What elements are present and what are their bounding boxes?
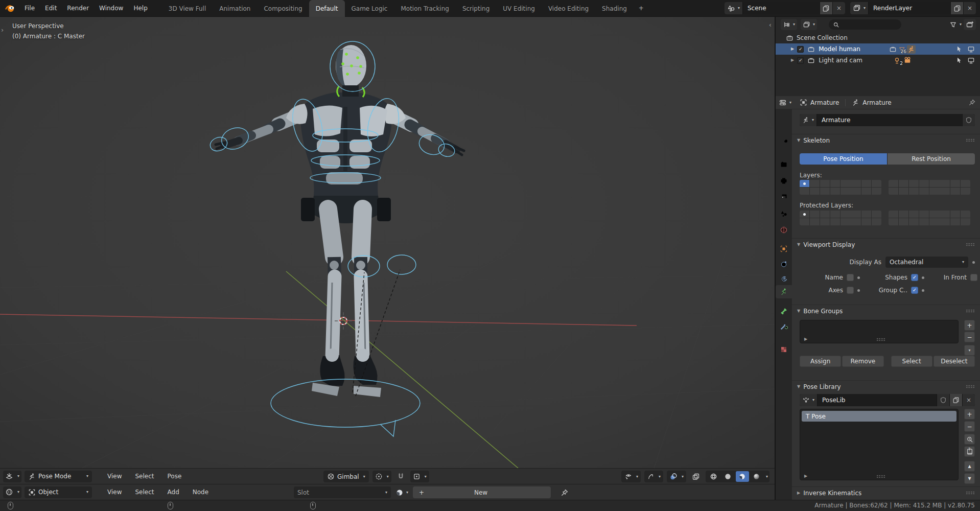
name-checkbox[interactable] [847,274,854,281]
pin-icon[interactable] [968,99,976,106]
tab-compositing[interactable]: Compositing [257,0,309,17]
tab-3d-view-full[interactable]: 3D View Full [162,0,213,17]
new-material-button[interactable]: + New [413,486,551,498]
outliner-filter-dropdown[interactable]: ▾ [947,19,964,30]
select-button[interactable]: Select [891,356,932,367]
tab-default[interactable]: Default [309,0,345,17]
orientation-dropdown[interactable]: Gimbal ▾ [323,471,369,482]
tab-scene-icon[interactable] [776,207,792,220]
outliner-row-model-human[interactable]: ▶ ✓ Model human ▽ 26 [776,43,980,55]
tab-output-icon[interactable] [776,174,792,188]
blender-logo-icon[interactable] [5,4,15,13]
tab-bone-icon[interactable] [776,305,792,318]
object-visibility-dropdown[interactable]: ▾ [621,471,641,482]
pivot-point-dropdown[interactable]: ▾ [372,471,391,482]
xray-toggle-button[interactable] [690,471,702,482]
in-front-checkbox[interactable] [970,274,977,281]
animate-dot-icon[interactable] [922,289,924,292]
light-data-icon[interactable]: 2 [893,57,901,64]
viewport-menu-view[interactable]: View [102,473,127,480]
tab-view-layer-icon[interactable] [776,191,792,204]
list-expand-icon[interactable]: ▶ [804,474,807,478]
pose-move-down-button[interactable]: ▼ [964,473,975,484]
viewport-canvas[interactable] [0,17,775,468]
disclosure-icon[interactable]: ▶ [791,58,794,62]
armature-name-field[interactable]: Armature [817,114,962,126]
protected-layer-cell[interactable] [800,211,809,218]
pose-remove-button[interactable]: − [964,421,975,432]
shading-material-button[interactable] [736,471,749,482]
viewport-menu-select[interactable]: Select [130,473,159,480]
armature-object-icon[interactable] [907,45,916,54]
add-workspace-button[interactable]: + [634,0,649,17]
properties-editor-type-selector[interactable]: ▾ [779,99,791,107]
poselib-name-field[interactable]: PoseLib [818,394,937,406]
outliner-display-mode-selector[interactable]: ▾ [801,19,817,30]
armature-browse-button[interactable]: ▾ [800,114,816,126]
tab-bone-constraints-icon[interactable] [776,320,792,333]
menu-file[interactable]: File [19,0,40,17]
shader-menu-add[interactable]: Add [162,489,184,496]
tab-render-icon[interactable] [776,158,792,171]
poselib-fake-user-button[interactable] [937,394,949,406]
list-grip-icon[interactable] [876,475,885,478]
active-layer-cell[interactable] [800,180,809,187]
material-browse-button[interactable]: ▾ [395,489,408,497]
protected-grid-left[interactable] [800,211,881,225]
shapes-checkbox[interactable]: ✓ [911,274,918,281]
3d-viewport[interactable]: User Perspective (0) Armature : C Master… [0,17,775,468]
pose-move-up-button[interactable]: ▲ [964,461,975,472]
tab-object-icon[interactable] [776,242,792,256]
menu-edit[interactable]: Edit [40,0,62,17]
outliner-row-light-and-cam[interactable]: ▶ ✓ Light and cam 2 [776,55,980,66]
bone-group-remove-button[interactable]: − [964,332,975,342]
poselib-browse-button[interactable]: ▾ [800,394,817,406]
pose-library-panel-header[interactable]: ▼ Pose Library [792,380,980,392]
render-layer-remove-button[interactable]: × [964,2,976,14]
overlays-dropdown[interactable]: ▾ [667,471,686,482]
toolbar-toggle-icon[interactable]: › [1,26,4,34]
pose-list-item[interactable]: T Pose [802,411,956,422]
snap-settings-dropdown[interactable]: ▾ [410,471,429,482]
tab-tool-icon[interactable] [776,135,792,148]
viewport-visibility-icon[interactable] [967,57,975,64]
tab-scripting[interactable]: Scripting [456,0,496,17]
collection-checkbox[interactable]: ✓ [797,57,804,64]
tab-animation[interactable]: Animation [213,0,257,17]
bone-group-add-button[interactable]: + [964,320,975,331]
editor-type-selector[interactable]: ▾ [3,471,21,482]
layers-grid-left[interactable] [800,180,881,195]
shader-type-dropdown[interactable]: Object ▾ [25,486,92,498]
menu-help[interactable]: Help [128,0,152,17]
inverse-kinematics-panel-header[interactable]: ▶ Inverse Kinematics [792,486,980,499]
render-layer-copy-button[interactable] [951,2,963,14]
panel-grip-icon[interactable] [966,138,975,142]
snap-toggle-button[interactable] [395,471,407,482]
bone-groups-panel-header[interactable]: ▼ Bone Groups [792,305,980,317]
group-colors-checkbox[interactable]: ✓ [911,287,918,294]
remove-button[interactable]: Remove [842,356,883,367]
pose-browse-button[interactable]: ? [964,446,975,457]
display-as-dropdown[interactable]: Octahedral ▾ [885,257,968,268]
rest-position-button[interactable]: Rest Position [888,153,975,165]
list-grip-icon[interactable] [876,338,885,341]
tab-object-data-icon[interactable] [776,285,792,298]
tab-uv-editing[interactable]: UV Editing [496,0,542,17]
tab-texture-icon[interactable] [776,343,792,356]
selectable-pointer-icon[interactable] [955,45,963,53]
tab-game-logic[interactable]: Game Logic [345,0,394,17]
pose-position-button[interactable]: Pose Position [800,153,887,165]
scene-name[interactable]: Scene [743,2,820,14]
poselib-copy-button[interactable] [950,394,962,406]
viewport-display-panel-header[interactable]: ▼ Viewport Display [792,238,980,250]
menu-window[interactable]: Window [94,0,128,17]
breadcrumb-object-name[interactable]: Armature [810,99,839,106]
tab-motion-tracking[interactable]: Motion Tracking [394,0,455,17]
viewport-visibility-icon[interactable] [967,45,975,53]
render-layer-browse-button[interactable]: ▾ [850,2,868,14]
collection-icon[interactable] [889,45,897,53]
render-layer-name[interactable]: RenderLayer [869,2,950,14]
shading-rendered-button[interactable] [750,471,763,482]
pin-icon[interactable] [561,489,569,497]
pose-apply-button[interactable] [964,434,975,445]
